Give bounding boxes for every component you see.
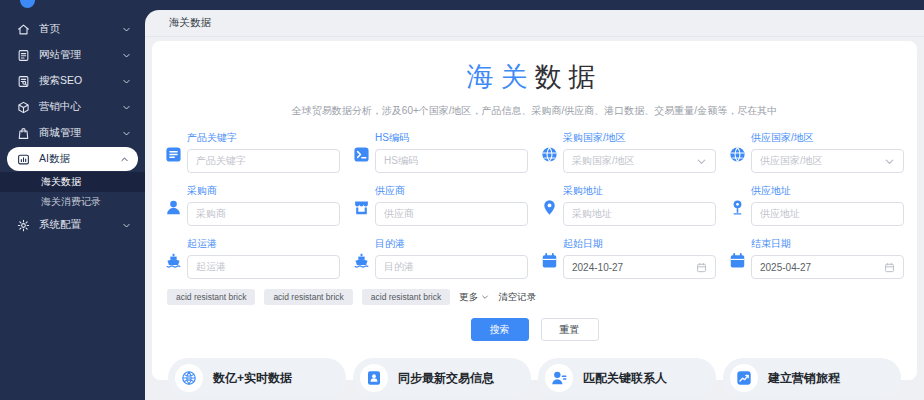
field-value: 2024-10-27 xyxy=(572,262,623,273)
seo-icon xyxy=(17,75,30,88)
field-buyer: 采购商采购商 xyxy=(165,184,340,226)
field-destination-port: 目的港目的港 xyxy=(353,237,528,279)
search-button[interactable]: 搜索 xyxy=(471,318,529,341)
location-marker-icon xyxy=(729,199,746,216)
sidebar-item-1[interactable]: 网站管理 xyxy=(0,42,145,68)
field-label: 起运港 xyxy=(187,237,340,251)
field-departure-port: 起运港起运港 xyxy=(165,237,340,279)
sidebar-item-label: 商城管理 xyxy=(39,126,81,140)
field-hs-code: HS编码HS编码 xyxy=(353,131,528,173)
marketing-cube-icon xyxy=(17,101,30,114)
field-body: 采购商采购商 xyxy=(187,184,340,226)
home-icon xyxy=(17,23,30,36)
chevron-down-icon xyxy=(122,221,131,230)
field-end-date: 结束日期2025-04-27 xyxy=(729,237,904,279)
field-value: 采购地址 xyxy=(572,207,612,221)
globe-icon xyxy=(541,146,558,163)
gear-icon xyxy=(17,219,30,232)
hs-code-input[interactable]: HS编码 xyxy=(375,149,528,173)
chevron-down-icon xyxy=(122,77,131,86)
sidebar-item-5[interactable]: AI数据 xyxy=(7,147,138,171)
buyer-person-icon xyxy=(165,199,182,216)
field-value: 2025-04-27 xyxy=(760,262,811,273)
journey-chart-icon xyxy=(730,364,758,392)
feature-pill-0: 数亿+实时数据 xyxy=(168,358,346,398)
purchase-address-input[interactable]: 采购地址 xyxy=(563,202,716,226)
product-keyword-input[interactable]: 产品关键字 xyxy=(187,149,340,173)
history-tag-1[interactable]: acid resistant brick xyxy=(264,289,352,305)
field-body: 采购国家/地区采购国家/地区 xyxy=(563,131,716,173)
page-subtitle: 全球贸易数据分析，涉及60+个国家/地区，产品信息、采购商/供应商、港口数据、交… xyxy=(156,104,913,118)
feature-pill-2: 匹配关键联系人 xyxy=(538,358,716,398)
field-label: 产品关键字 xyxy=(187,131,340,145)
reset-button[interactable]: 重置 xyxy=(541,318,599,341)
field-label: HS编码 xyxy=(375,131,528,145)
feature-label: 建立营销旅程 xyxy=(768,370,840,387)
feature-label: 匹配关键联系人 xyxy=(583,370,667,387)
sidebar-item-label: 首页 xyxy=(39,22,60,36)
sidebar-item-0[interactable]: 首页 xyxy=(0,16,145,42)
field-body: 起始日期2024-10-27 xyxy=(563,237,716,279)
field-label: 采购国家/地区 xyxy=(563,131,716,145)
sidebar-item-label: 营销中心 xyxy=(39,100,81,114)
field-label: 供应商 xyxy=(375,184,528,198)
history-tag-0[interactable]: acid resistant brick xyxy=(167,289,255,305)
buyer-input[interactable]: 采购商 xyxy=(187,202,340,226)
field-product-keyword: 产品关键字产品关键字 xyxy=(165,131,340,173)
field-label: 供应地址 xyxy=(751,184,904,198)
sidebar-item-3[interactable]: 营销中心 xyxy=(0,94,145,120)
sidebar-item-4[interactable]: 商城管理 xyxy=(0,120,145,146)
destination-port-input[interactable]: 目的港 xyxy=(375,255,528,279)
feature-label: 同步最新交易信息 xyxy=(398,370,494,387)
field-value: 采购商 xyxy=(196,207,226,221)
ship-icon xyxy=(165,252,182,269)
field-supply-address: 供应地址供应地址 xyxy=(729,184,904,226)
chevron-down-icon xyxy=(122,25,131,34)
main-panel: 海关数据 海关数据 全球贸易数据分析，涉及60+个国家/地区，产品信息、采购商/… xyxy=(145,10,924,400)
purchase-country-input[interactable]: 采购国家/地区 xyxy=(563,149,716,173)
sidebar: 首页网站管理搜索SEO营销中心商城管理AI数据海关数据海关消费记录系统配置 xyxy=(0,0,145,400)
page-title-rest: 数据 xyxy=(535,62,603,92)
feature-row: 数亿+实时数据同步最新交易信息匹配关键联系人建立营销旅程 xyxy=(156,358,913,398)
ai-data-icon xyxy=(17,153,30,166)
field-body: 采购地址采购地址 xyxy=(563,184,716,226)
more-button[interactable]: 更多 xyxy=(459,291,489,304)
departure-port-input[interactable]: 起运港 xyxy=(187,255,340,279)
location-pin-icon xyxy=(541,199,558,216)
tab-customs-data[interactable]: 海关数据 xyxy=(169,16,211,30)
sidebar-item-2[interactable]: 搜索SEO xyxy=(0,68,145,94)
field-supply-country: 供应国家/地区供应国家/地区 xyxy=(729,131,904,173)
feature-pill-3: 建立营销旅程 xyxy=(723,358,901,398)
chevron-down-icon xyxy=(884,156,895,167)
sidebar-item-6[interactable]: 系统配置 xyxy=(0,212,145,238)
field-label: 起始日期 xyxy=(563,237,716,251)
field-body: 目的港目的港 xyxy=(375,237,528,279)
end-date-input[interactable]: 2025-04-27 xyxy=(751,255,904,279)
field-body: 供应国家/地区供应国家/地区 xyxy=(751,131,904,173)
product-keyword-icon xyxy=(165,146,182,163)
calendar-outline-icon xyxy=(884,262,895,273)
field-start-date: 起始日期2024-10-27 xyxy=(541,237,716,279)
field-label: 采购商 xyxy=(187,184,340,198)
supply-country-input[interactable]: 供应国家/地区 xyxy=(751,149,904,173)
app-window: 首页网站管理搜索SEO营销中心商城管理AI数据海关数据海关消费记录系统配置 海关… xyxy=(0,0,924,400)
field-body: 供应地址供应地址 xyxy=(751,184,904,226)
field-label: 目的港 xyxy=(375,237,528,251)
calendar-icon xyxy=(541,252,558,269)
sidebar-subitem-5-1[interactable]: 海关消费记录 xyxy=(0,192,145,212)
field-value: 供应国家/地区 xyxy=(760,154,823,168)
start-date-input[interactable]: 2024-10-27 xyxy=(563,255,716,279)
supply-address-input[interactable]: 供应地址 xyxy=(751,202,904,226)
sidebar-subitem-5-0[interactable]: 海关数据 xyxy=(0,172,145,192)
clear-records-button[interactable]: 清空记录 xyxy=(498,291,536,304)
calendar-outline-icon xyxy=(696,262,707,273)
field-value: HS编码 xyxy=(384,154,418,168)
supplier-input[interactable]: 供应商 xyxy=(375,202,528,226)
mall-bag-icon xyxy=(17,127,30,140)
field-body: HS编码HS编码 xyxy=(375,131,528,173)
field-supplier: 供应商供应商 xyxy=(353,184,528,226)
ship-icon xyxy=(353,252,370,269)
sidebar-item-label: 网站管理 xyxy=(39,48,81,62)
history-tag-2[interactable]: acid resistant brick xyxy=(362,289,450,305)
field-label: 结束日期 xyxy=(751,237,904,251)
